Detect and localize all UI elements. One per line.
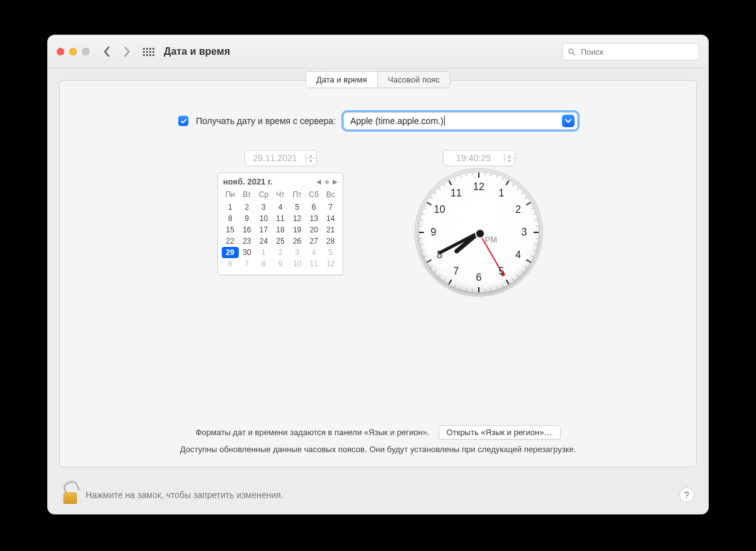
lock-hint: Нажмите на замок, чтобы запретить измене… (86, 490, 284, 500)
calendar-dow: Пт (289, 189, 306, 202)
content-panel: Дата и время Часовой пояс Получать дату … (59, 80, 697, 467)
clock-numeral: 7 (454, 266, 459, 277)
prefs-window: Дата и время Дата и время Часовой пояс П… (47, 35, 709, 514)
calendar-day[interactable]: 14 (322, 213, 339, 224)
calendar-day[interactable]: 16 (239, 224, 256, 236)
clock-numeral: 4 (515, 249, 521, 261)
minimize-window-button[interactable] (69, 48, 77, 55)
calendar-day[interactable]: 12 (322, 258, 339, 270)
analog-clock: PM 123456789101112 (419, 173, 539, 292)
calendar-day[interactable]: 23 (239, 236, 256, 247)
date-step-up[interactable]: ▲ (306, 154, 316, 158)
date-stepper[interactable]: ▲ ▼ (244, 150, 317, 166)
calendar-day[interactable]: 4 (306, 247, 323, 258)
calendar-day[interactable]: 3 (289, 247, 306, 258)
clock-numeral: 3 (522, 227, 527, 238)
date-step-down[interactable]: ▼ (306, 158, 316, 163)
auto-set-label: Получать дату и время с сервера: (196, 116, 336, 126)
calendar-day[interactable]: 1 (255, 247, 272, 258)
calendar-day[interactable]: 11 (272, 213, 289, 224)
forward-button[interactable] (121, 46, 132, 57)
date-field[interactable] (245, 152, 306, 164)
calendar-day[interactable]: 6 (306, 202, 323, 213)
zoom-window-button[interactable] (82, 48, 89, 55)
calendar-day[interactable]: 22 (222, 236, 239, 247)
calendar-next-button[interactable]: ▶ (333, 178, 338, 185)
ampm-label: PM (485, 235, 498, 244)
search-field[interactable] (562, 43, 699, 60)
clock-numeral: 10 (434, 204, 445, 215)
auto-set-checkbox[interactable] (178, 116, 188, 126)
calendar-day[interactable]: 20 (306, 224, 323, 236)
calendar-day[interactable]: 2 (272, 247, 289, 258)
calendar-dow: Вс (322, 189, 339, 202)
calendar-day[interactable]: 12 (289, 213, 306, 224)
clock-numeral: 1 (499, 188, 505, 199)
calendar-dow: Ср (255, 189, 272, 202)
calendar-day[interactable]: 7 (239, 258, 256, 270)
clock-numeral: 11 (450, 188, 462, 199)
open-language-region-button[interactable]: Открыть «Язык и регион»… (438, 425, 561, 440)
calendar-day[interactable]: 21 (322, 224, 339, 236)
tab-bar: Дата и время Часовой пояс (306, 71, 450, 88)
calendar-day[interactable]: 17 (255, 224, 272, 236)
calendar-day[interactable]: 15 (222, 224, 239, 236)
calendar-day[interactable]: 5 (289, 202, 306, 213)
calendar-day[interactable]: 25 (272, 236, 289, 247)
calendar-day[interactable]: 11 (306, 258, 323, 270)
titlebar: Дата и время (48, 35, 708, 69)
calendar-day[interactable]: 29 (222, 247, 239, 258)
calendar-day[interactable]: 7 (322, 202, 339, 213)
calendar-day[interactable]: 27 (306, 236, 323, 247)
chevron-down-icon[interactable] (562, 115, 575, 127)
calendar-day[interactable]: 1 (222, 202, 239, 213)
calendar-month-label: нояб. 2021 г. (223, 177, 273, 186)
time-stepper[interactable]: ▲ ▼ (443, 150, 515, 166)
search-input[interactable] (580, 47, 694, 57)
time-step-down[interactable]: ▼ (505, 158, 515, 163)
calendar-day[interactable]: 18 (272, 224, 289, 236)
calendar-day[interactable]: 13 (306, 213, 323, 224)
text-cursor (444, 116, 445, 126)
lock-icon[interactable] (62, 485, 78, 505)
calendar-day[interactable]: 6 (222, 258, 239, 270)
tab-timezone[interactable]: Часовой пояс (377, 72, 450, 88)
calendar-day[interactable]: 30 (239, 247, 256, 258)
time-step-up[interactable]: ▲ (505, 154, 515, 158)
calendar-day[interactable]: 28 (322, 236, 339, 247)
help-button[interactable]: ? (679, 487, 694, 503)
calendar-day[interactable]: 26 (289, 236, 306, 247)
time-server-value: Apple (time.apple.com.) (350, 116, 444, 126)
clock-numeral: 12 (473, 181, 484, 193)
show-all-button[interactable] (142, 45, 155, 58)
window-title: Дата и время (164, 46, 230, 57)
clock-pivot (475, 229, 485, 239)
time-field[interactable] (444, 152, 504, 164)
calendar-day[interactable]: 4 (272, 202, 289, 213)
calendar: нояб. 2021 г. ◀ ▶ ПнВтСрЧтПтСбВс12345678… (217, 173, 343, 275)
lock-footer: Нажмите на замок, чтобы запретить измене… (48, 476, 708, 514)
calendar-day[interactable]: 8 (222, 213, 239, 224)
clock-numeral: 8 (437, 249, 442, 261)
clock-numeral: 2 (515, 204, 521, 215)
search-icon (568, 48, 576, 56)
calendar-day[interactable]: 19 (289, 224, 306, 236)
close-window-button[interactable] (57, 48, 64, 55)
calendar-day[interactable]: 9 (239, 213, 256, 224)
tab-datetime[interactable]: Дата и время (306, 72, 377, 88)
calendar-day[interactable]: 10 (289, 258, 306, 270)
calendar-day[interactable]: 2 (239, 202, 256, 213)
calendar-dow: Пн (222, 189, 239, 202)
calendar-day[interactable]: 24 (255, 236, 272, 247)
window-controls (57, 48, 89, 55)
calendar-day[interactable]: 10 (255, 213, 272, 224)
calendar-day[interactable]: 8 (255, 258, 272, 270)
calendar-day[interactable]: 3 (255, 202, 272, 213)
calendar-today-button[interactable] (325, 180, 329, 184)
clock-numeral: 5 (499, 266, 505, 277)
calendar-prev-button[interactable]: ◀ (316, 178, 321, 185)
time-server-combo[interactable]: Apple (time.apple.com.) (343, 112, 578, 130)
calendar-day[interactable]: 5 (322, 247, 339, 258)
calendar-day[interactable]: 9 (272, 258, 289, 270)
back-button[interactable] (101, 46, 112, 57)
